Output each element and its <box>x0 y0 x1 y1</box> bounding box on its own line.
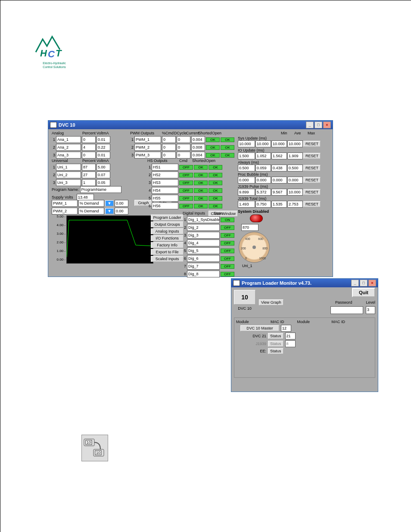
hct-logo: H C T Electro-Hydraulic Control Solution… <box>35 35 74 68</box>
dropdown-icon[interactable]: ▼ <box>105 200 114 206</box>
pwm-name: PWM_2 <box>134 144 161 151</box>
maximize-button[interactable]: □ <box>360 280 367 286</box>
gauge-readout: 870 <box>241 224 258 231</box>
pwm-out-section: PWM Outputs %Cmd DCycle Current Shorted … <box>130 131 242 159</box>
side-button[interactable]: Output Groups <box>151 221 184 227</box>
stats-section: Min Ave Max Sys Update (ms) 10.000 10.00… <box>238 131 328 268</box>
hs-out-header: HS Outputs <box>147 159 178 163</box>
digital-state: OFF <box>221 264 234 269</box>
reset-button[interactable]: RESET <box>303 165 321 171</box>
io-percent: 4 <box>82 144 96 151</box>
digital-row: 5 Dig_5 OFF <box>183 247 234 254</box>
graph-area <box>66 215 153 264</box>
graph-ytick: 5.00 - <box>53 215 65 218</box>
digital-row: 6 Dig_6 OFF <box>183 255 234 262</box>
pwm-col-dc: DCycle <box>174 131 185 135</box>
reset-button[interactable]: RESET <box>303 177 321 183</box>
foot-module-icon: 10 10 <box>81 435 108 461</box>
stats-row: Proc Bubble (ms) 0.000 0.000 0.000 0.000… <box>238 172 328 184</box>
digital-row: 8 Dig_8 OFF <box>183 271 234 277</box>
level-value: 3 <box>366 306 375 314</box>
digital-name: Dig_2 <box>187 224 220 231</box>
pwm-col-short: Shorted <box>198 131 211 135</box>
graph-ytick: 2.00 - <box>53 240 65 244</box>
io-volt: 0.01 <box>97 152 110 159</box>
pwm-shorted: OK <box>206 153 220 158</box>
io-row: 3 Ana_3 0 0.01 <box>52 152 125 159</box>
module-button[interactable]: DVC 10 Master <box>240 325 279 331</box>
io-row: 2 Uni_2 27 0.07 <box>52 171 125 178</box>
pwm-trace-value: 0.00 <box>115 208 128 215</box>
system-disabled-led <box>250 215 263 222</box>
reset-button[interactable]: RESET <box>303 189 321 195</box>
pwm-open: OK <box>221 145 234 150</box>
reset-button[interactable]: RESET <box>303 201 321 207</box>
io-volt: 0.05 <box>97 179 110 186</box>
stats-label: J1939 Total (ms) <box>238 196 328 201</box>
side-button[interactable]: Export to File <box>151 249 184 255</box>
minimize-button[interactable]: _ <box>306 121 314 128</box>
password-input[interactable] <box>330 306 363 314</box>
digital-row: 4 Dig_4 OFF <box>183 240 234 246</box>
digital-name: Dig_4 <box>187 240 220 246</box>
analog-col-b: VoltmA <box>97 131 114 135</box>
dvc10-icon-button[interactable]: 10 <box>234 290 255 305</box>
macid-header-2: MAC ID <box>332 320 346 324</box>
view-graph-button[interactable]: View Graph <box>259 299 283 305</box>
hs-shorted: OK <box>194 204 208 208</box>
hs-open: OK <box>209 173 222 177</box>
io-row: 2 Ana_2 4 0.22 <box>52 144 125 151</box>
loader-titlebar[interactable]: Program Loader Monitor v4.73. _ □ × <box>231 279 378 287</box>
dvc-title: DVC 10 <box>59 122 75 128</box>
loader-module-row: J1939 Status 8 <box>236 340 373 347</box>
level-label: Level <box>366 300 375 305</box>
close-button[interactable]: × <box>368 280 376 286</box>
pwm-trace-name: PWM_1 <box>52 200 78 207</box>
maximize-button[interactable]: □ <box>314 121 322 128</box>
hs-row: 4 HS4 OFF OK OK <box>147 187 238 194</box>
hs-open: OK <box>209 188 222 193</box>
dvc10-icon-label: DVC 10 <box>234 306 255 311</box>
side-button[interactable]: Scaled Inputs <box>151 256 184 262</box>
digital-state: OFF <box>221 256 234 261</box>
minimize-button[interactable]: _ <box>351 280 359 286</box>
status-button[interactable]: Status <box>268 348 283 354</box>
module-name: J1939 <box>240 342 266 346</box>
hs-shorted: OK <box>194 180 208 185</box>
dropdown-icon[interactable]: ▼ <box>105 208 114 214</box>
graph-ytick: 3.00 - <box>53 232 65 236</box>
stats-label: Always (ms) <box>238 160 328 165</box>
io-percent: 27 <box>82 171 96 178</box>
hs-name: HS4 <box>152 187 178 194</box>
reset-button[interactable]: RESET <box>303 141 321 147</box>
side-button[interactable]: Program Loader <box>151 215 184 221</box>
digital-name: Dig_6 <box>187 255 220 262</box>
reset-button[interactable]: RESET <box>303 153 321 159</box>
pwm-open: OK <box>221 137 234 142</box>
side-button[interactable]: Factory Info <box>151 242 184 248</box>
close-button[interactable]: × <box>323 121 331 128</box>
logo-tagline-1: Electro-Hydraulic <box>35 62 74 65</box>
side-button[interactable]: Analog Inputs <box>151 228 184 234</box>
gauge: 200 400 600 800 0 1000 <box>239 232 270 263</box>
side-button[interactable]: I/O Functions <box>151 235 184 241</box>
digital-state: OFF <box>221 233 234 238</box>
pwm-shorted: OK <box>206 145 220 150</box>
hs-row: 1 HS1 OFF OK OK <box>147 164 238 171</box>
hs-open: OK <box>209 180 222 185</box>
gauge-label: Uni_1 <box>242 264 328 268</box>
hs-name: HS1 <box>152 164 178 171</box>
system-disabled-label: System Disabled <box>238 209 328 214</box>
pwm-col-cur: Current <box>186 131 197 135</box>
digital-state: ON <box>221 218 234 222</box>
status-button[interactable]: Status <box>268 333 283 339</box>
digital-row: 7 Dig_7 OFF <box>183 263 234 270</box>
quit-button[interactable]: Quit <box>352 288 375 297</box>
app-icon <box>50 122 57 128</box>
program-name-value: ProgramName <box>80 186 121 193</box>
digital-state: OFF <box>221 249 234 253</box>
analog-col-a: Percent <box>78 131 96 135</box>
dvc-titlebar[interactable]: DVC 10 _ □ × <box>48 121 333 129</box>
hs-col-short: Shorted <box>192 159 205 163</box>
pwm-out-row: 2 PWM_2 0 0 0.008 OK OK <box>130 144 242 151</box>
